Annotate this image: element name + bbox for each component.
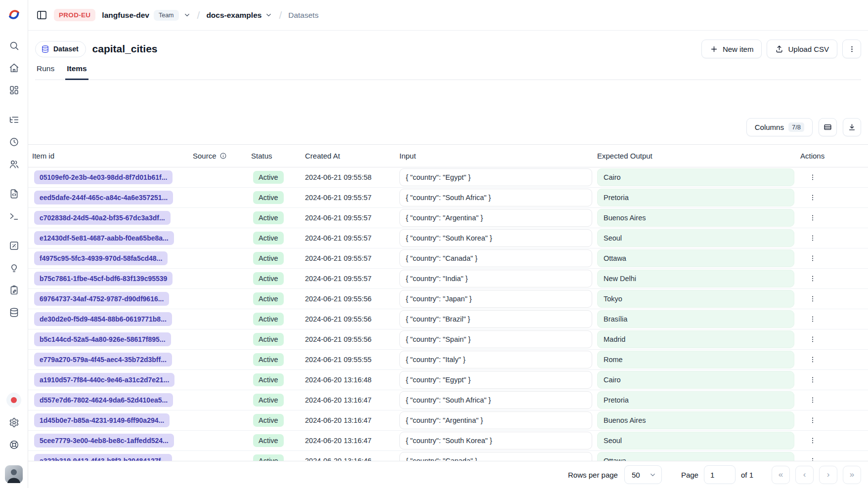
sidebar-item-database[interactable] — [5, 303, 23, 321]
sidebar-item-file-code[interactable] — [5, 185, 23, 203]
last-page-button[interactable]: » — [843, 466, 861, 484]
status-badge: Active — [253, 333, 284, 346]
item-id-pill[interactable]: a1910d57-7f84-440c-9e46-a31c2d7e21... — [34, 373, 174, 387]
row-actions-button[interactable] — [805, 271, 820, 286]
created-at-cell: 2024-06-21 09:55:58 — [305, 173, 399, 181]
item-id-pill[interactable]: 5cee7779-3e00-4eb8-be8c-1affedd524... — [34, 434, 174, 447]
page-number-input[interactable] — [704, 465, 736, 484]
vertical-dots-icon — [809, 194, 817, 202]
row-actions-button[interactable] — [805, 372, 820, 387]
langfuse-logo[interactable] — [7, 8, 20, 21]
row-actions-button[interactable] — [805, 210, 820, 225]
sidebar-item-clipboard-pen[interactable] — [5, 281, 23, 299]
row-actions-button[interactable] — [805, 413, 820, 428]
user-avatar[interactable] — [5, 465, 23, 483]
vertical-dots-icon — [809, 234, 817, 242]
item-id-pill[interactable]: d557e7d6-7802-4624-9da6-52d410ea5... — [34, 393, 173, 407]
column-header-input: Input — [399, 152, 597, 160]
item-id-pill[interactable]: 05109ef0-2e3b-4e03-98dd-8f7d01b61f... — [34, 170, 173, 184]
expected-output-cell: Ottawa — [597, 249, 794, 267]
sidebar-item-search[interactable] — [5, 37, 23, 54]
item-id-pill[interactable]: e779a270-579a-4f45-aec4-35b72d3bff... — [34, 353, 172, 366]
item-id-pill[interactable]: b75c7861-1fbe-45cf-bdf6-83f139c95539 — [34, 272, 173, 285]
sidebar-item-percent-square[interactable] — [5, 237, 23, 254]
status-badge: Active — [253, 272, 284, 285]
status-badge: Active — [253, 252, 284, 265]
sidebar-item-clock[interactable] — [5, 133, 23, 151]
project-switcher[interactable]: docs-examples — [206, 11, 272, 20]
vertical-dots-icon — [809, 254, 817, 262]
sidebar-item-lifebuoy[interactable] — [5, 436, 23, 453]
row-actions-button[interactable] — [805, 291, 820, 306]
table-row: e12430df-5e81-4687-aabb-f0ea65be8a... Ac… — [28, 228, 868, 248]
row-height-button[interactable] — [819, 118, 837, 136]
first-page-button[interactable]: « — [772, 466, 790, 484]
export-button[interactable] — [843, 118, 861, 136]
vertical-dots-icon — [809, 214, 817, 222]
next-page-button[interactable]: › — [819, 466, 837, 484]
item-id-pill[interactable]: b5c144cd-52a5-4a80-926e-58617f895... — [34, 332, 171, 346]
upload-csv-button[interactable]: Upload CSV — [767, 40, 837, 58]
item-id-pill[interactable]: 69764737-34af-4752-9787-d90df9616... — [34, 292, 169, 306]
environment-badge: PROD-EU — [54, 9, 95, 21]
row-actions-button[interactable] — [805, 393, 820, 407]
rows-per-page-select[interactable]: 50 — [624, 465, 662, 484]
status-badge: Active — [253, 292, 284, 305]
row-actions-button[interactable] — [805, 433, 820, 448]
org-switcher[interactable]: langfuse-dev Team — [102, 10, 190, 21]
dashboard-icon — [9, 85, 19, 95]
sidebar-item-lightbulb[interactable] — [5, 259, 23, 277]
row-actions-button[interactable] — [805, 231, 820, 245]
sidebar-item-terminal[interactable] — [5, 207, 23, 225]
home-icon — [9, 63, 19, 73]
table-row: e779a270-579a-4f45-aec4-35b72d3bff... Ac… — [28, 350, 868, 370]
expected-output-cell: Buenos Aires — [597, 411, 794, 429]
row-actions-button[interactable] — [805, 332, 820, 347]
vertical-dots-icon — [809, 275, 817, 283]
sidebar-top — [0, 37, 28, 321]
sidebar-item-record-dot[interactable] — [5, 391, 23, 409]
item-id-pill[interactable]: de30d2e0-f5d9-4854-88b6-0619771b8... — [34, 312, 172, 326]
sidebar-item-list-tree[interactable] — [5, 111, 23, 128]
input-cell: { "country": "Brazil" } — [399, 310, 592, 328]
items-table: Item id Source Status Created At Input E… — [28, 144, 868, 488]
row-actions-button[interactable] — [805, 352, 820, 367]
info-icon[interactable] — [219, 152, 227, 160]
dataset-more-actions-button[interactable] — [842, 40, 861, 58]
item-id-pill[interactable]: c702838d-24d5-40a2-bf35-67dc3a3df... — [34, 211, 171, 225]
row-actions-button[interactable] — [805, 170, 820, 185]
row-actions-button[interactable] — [805, 190, 820, 205]
vertical-dots-icon — [848, 45, 856, 53]
sidebar-item-settings[interactable] — [5, 413, 23, 431]
table-row: a1910d57-7f84-440c-9e46-a31c2d7e21... Ac… — [28, 370, 868, 390]
row-actions-button[interactable] — [805, 312, 820, 326]
columns-button[interactable]: Columns 7/8 — [746, 118, 813, 136]
item-id-pill[interactable]: e12430df-5e81-4687-aabb-f0ea65be8a... — [34, 231, 174, 245]
vertical-dots-icon — [809, 295, 817, 303]
status-badge: Active — [253, 211, 284, 224]
item-id-pill[interactable]: eed5dafe-244f-465c-a84c-4a6e357251... — [34, 191, 173, 204]
input-cell: { "country": "Canada" } — [399, 249, 592, 267]
vertical-dots-icon — [809, 437, 817, 445]
row-actions-button[interactable] — [805, 251, 820, 266]
column-header-source: Source — [193, 152, 251, 160]
item-id-pill[interactable]: 1d45b0e7-b85a-4231-9149-6ff90a294... — [34, 413, 170, 427]
sidebar-group — [5, 185, 23, 225]
users-icon — [9, 159, 19, 169]
sidebar-group — [5, 237, 23, 321]
input-cell: { "country": "South Africa" } — [399, 391, 592, 409]
previous-page-button[interactable]: ‹ — [795, 466, 814, 484]
sidebar-item-home[interactable] — [5, 59, 23, 77]
created-at-cell: 2024-06-21 09:55:57 — [305, 214, 399, 222]
tab-runs[interactable]: Runs — [35, 64, 56, 80]
item-id-pill[interactable]: f4975c95-5fc3-4939-970d-58fa5cd48... — [34, 251, 168, 265]
breadcrumb-section[interactable]: Datasets — [288, 11, 318, 20]
page-total-label: of 1 — [741, 471, 753, 479]
sidebar-item-users[interactable] — [5, 155, 23, 173]
vertical-dots-icon — [809, 416, 817, 424]
sidebar-item-dashboard[interactable] — [5, 81, 23, 99]
vertical-dots-icon — [809, 315, 817, 323]
new-item-button[interactable]: New item — [701, 40, 762, 58]
sidebar-toggle-button[interactable] — [36, 9, 47, 21]
tab-items[interactable]: Items — [65, 64, 88, 80]
